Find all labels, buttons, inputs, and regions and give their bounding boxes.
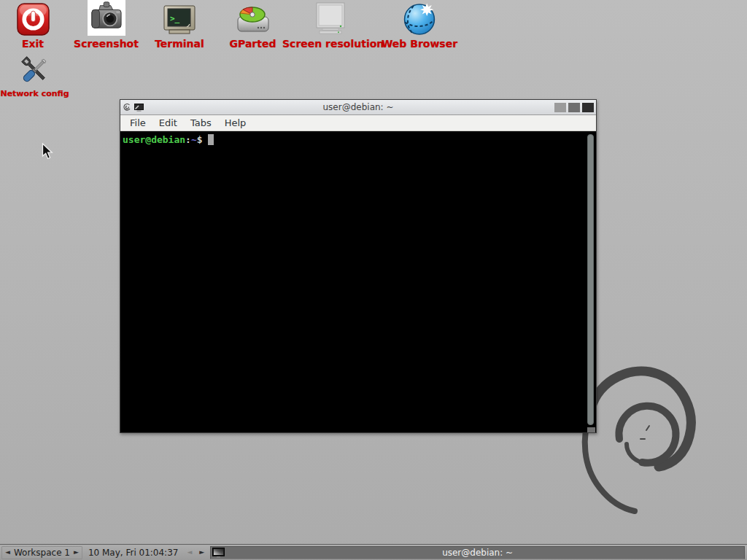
window-titlebar[interactable]: user@debian: ~	[120, 100, 596, 115]
mouse-cursor	[42, 143, 53, 160]
pager: ◄ ►	[184, 546, 207, 559]
tools-icon	[0, 52, 69, 87]
terminal-menubar: File Edit Tabs Help	[120, 115, 596, 131]
desktop-icon-gparted[interactable]: GParted	[218, 1, 287, 50]
taskbar: ◄ Workspace 1 ► 10 May, Fri 01:04:37 ◄ ►…	[0, 544, 747, 560]
task-monitor-icon	[212, 548, 225, 558]
disk-partition-icon	[218, 1, 287, 36]
desktop-icon-network-config[interactable]: Network config	[0, 52, 69, 98]
terminal-scrollbar[interactable]	[587, 134, 594, 425]
desktop-icon-screen-resolution[interactable]: Screen resolution	[282, 1, 379, 50]
icon-label: Exit	[4, 38, 61, 50]
icon-label: Web Browser	[379, 38, 460, 50]
task-button-terminal[interactable]: user@debian: ~	[210, 546, 745, 559]
resize-grip[interactable]	[587, 427, 595, 432]
icon-label: GParted	[218, 38, 287, 50]
pager-prev-arrow[interactable]: ◄	[187, 549, 192, 556]
power-icon	[4, 1, 61, 36]
workspace-label: Workspace 1	[14, 548, 70, 558]
scrollbar-thumb[interactable]	[587, 134, 594, 425]
icon-label: Screenshot	[69, 38, 143, 50]
icon-label: Screen resolution	[282, 38, 379, 50]
crt-terminal-icon: >_	[143, 1, 216, 36]
task-button-title: user@debian: ~	[211, 548, 744, 558]
terminal-mini-icon	[134, 104, 144, 112]
icon-label: Network config	[0, 89, 69, 98]
maximize-button[interactable]	[568, 103, 580, 112]
icon-label: Terminal	[143, 38, 216, 50]
terminal-window: user@debian: ~ File Edit Tabs Help user@…	[120, 99, 597, 433]
menu-help[interactable]: Help	[218, 116, 253, 130]
desktop-icon-web-browser[interactable]: Web Browser	[379, 1, 460, 50]
monitor-icon	[282, 1, 379, 36]
menu-file[interactable]: File	[123, 116, 152, 130]
svg-text:>_: >_	[170, 14, 180, 23]
window-title: user@debian: ~	[120, 102, 596, 112]
prompt-colon: :	[185, 134, 191, 145]
camera-icon	[69, 1, 143, 36]
debian-swirl-icon	[123, 103, 131, 112]
desktop-icon-exit[interactable]: Exit	[4, 1, 61, 50]
menu-edit[interactable]: Edit	[152, 116, 184, 130]
minimize-button[interactable]	[554, 103, 566, 112]
workspace-switcher: ◄ Workspace 1 ►	[1, 546, 82, 559]
close-button[interactable]	[582, 103, 594, 112]
desktop-icon-screenshot[interactable]: Screenshot	[69, 1, 143, 50]
menu-tabs[interactable]: Tabs	[184, 116, 218, 130]
globe-icon	[379, 1, 460, 36]
prompt-path: ~	[191, 134, 197, 145]
prompt-user-host: user@debian	[123, 134, 185, 145]
prompt-dollar: $	[197, 134, 203, 145]
workspace-prev-arrow[interactable]: ◄	[5, 549, 10, 556]
terminal-screen[interactable]: user@debian:~$	[120, 131, 596, 432]
workspace-next-arrow[interactable]: ►	[74, 549, 79, 556]
desktop-icon-terminal[interactable]: >_ Terminal	[143, 1, 216, 50]
taskbar-clock: 10 May, Fri 01:04:37	[84, 548, 183, 558]
pager-next-arrow[interactable]: ►	[199, 549, 204, 556]
terminal-cursor	[208, 134, 214, 145]
